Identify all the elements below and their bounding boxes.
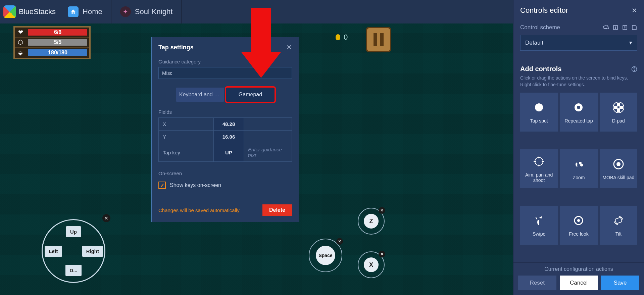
tab-home-label: Home [83,7,102,16]
zoom-icon [572,157,585,171]
field-tapkey-label: Tap key [159,143,214,162]
panel-title: Controls editor [520,6,568,15]
scheme-value: Default [525,40,543,46]
control-aim[interactable]: Aim, pan and shoot [520,149,558,188]
field-tapkey-guidance[interactable]: Enter guidance text [244,143,292,162]
hud-hp: 6/6 [28,29,87,36]
hud-mp: 180/180 [28,49,87,56]
table-row: Y 16.06 [159,131,292,143]
fields-table: X 48.28 Y 16.06 Tap key UP Enter guidanc… [158,117,292,162]
table-row: Tap key UP Enter guidance text [159,143,292,162]
svg-rect-20 [614,106,617,109]
dpad-left-key[interactable]: Left [45,246,62,257]
control-tilt[interactable]: Tilt [600,206,637,245]
coin-icon [336,34,340,40]
bluestacks-logo-icon [3,5,16,18]
controls-grid: Tap spot Repeated tap D-pad Aim, pan and… [520,93,637,262]
control-swipe[interactable]: Swipe [520,206,558,245]
delete-button[interactable]: Delete [262,204,292,216]
shield-icon: ⬡ [15,39,26,46]
action-z-key: Z [364,214,379,229]
tap-spot-icon [532,101,546,114]
dpad-up-key[interactable]: Up [66,226,81,237]
dpad-right-key[interactable]: Right [82,246,103,257]
coin-value: 0 [344,33,348,42]
hud-panel: ❤6/6 ⬡5/5 ⬙180/180 [13,26,91,59]
action-space-close-icon[interactable]: ✕ [336,238,343,245]
export-icon[interactable] [622,24,628,31]
show-keys-checkbox[interactable]: ✓ [158,182,166,189]
field-y-label: Y [159,131,214,143]
table-row: X 48.28 [159,118,292,131]
action-x-key: X [364,257,379,272]
add-controls-desc: Click or drag the actions on the screen … [520,75,637,88]
crosshair-icon [532,155,546,168]
control-moba[interactable]: MOBA skill pad [600,149,637,188]
svg-marker-11 [241,52,281,78]
fields-label: Fields [158,109,292,115]
control-free-look[interactable]: Free look [560,206,597,245]
field-tapkey-value[interactable]: UP [214,143,244,162]
action-x[interactable]: X ✕ [358,251,385,278]
home-icon [68,6,79,17]
field-x-label: X [159,118,214,131]
red-arrow-annotation [241,8,281,79]
tab-keyboard-mouse[interactable]: Keyboard and mo... [176,88,224,102]
action-space-key: Space [316,246,335,265]
onscreen-label: On-screen [158,170,292,176]
control-zoom[interactable]: Zoom [560,149,597,188]
cancel-button[interactable]: Cancel [560,276,598,290]
dpad-control[interactable]: ✕ Up D... Left Right [42,219,105,283]
import-icon[interactable] [612,24,618,31]
control-tap-spot[interactable]: Tap spot [520,93,558,132]
control-repeated-tap[interactable]: Repeated tap [560,93,597,132]
tab-game-label: Soul Knight [135,7,173,16]
scheme-label: Control scheme [520,24,560,31]
action-z-close-icon[interactable]: ✕ [379,207,385,214]
dpad-down-key[interactable]: D... [65,265,81,276]
coin-counter: 0 [336,33,348,42]
bluestacks-brand-text: BlueStacks [19,7,56,16]
swipe-icon [532,214,546,227]
svg-point-13 [634,70,635,71]
dialog-close-icon[interactable]: ✕ [286,43,292,51]
bluestacks-logo: BlueStacks [0,5,59,18]
svg-point-32 [577,219,580,222]
svg-rect-10 [251,8,271,52]
pause-button[interactable] [366,27,391,52]
repeated-tap-icon [572,101,585,114]
scheme-select[interactable]: Default ▾ [520,35,637,51]
new-scheme-icon[interactable] [631,24,637,31]
action-z[interactable]: Z ✕ [358,208,385,235]
panel-close-icon[interactable]: ✕ [632,6,637,14]
field-y-value[interactable]: 16.06 [214,131,244,143]
control-dpad[interactable]: D-pad [600,93,637,132]
config-actions-label: Current configuration actions [518,266,639,272]
action-space[interactable]: Space ✕ [309,239,342,272]
field-x-value[interactable]: 48.28 [214,118,244,131]
tilt-icon [612,214,625,227]
svg-point-14 [535,103,543,111]
tab-game[interactable]: ✦ Soul Knight [111,0,182,23]
input-mode-tabs: Keyboard and mo... Gamepad [175,88,276,102]
save-button[interactable]: Save [601,276,639,290]
cloud-import-icon[interactable] [603,24,609,31]
hud-shield: 5/5 [28,39,87,46]
reset-button[interactable]: Reset [518,276,556,290]
dialog-title: Tap settings [158,44,194,51]
svg-rect-33 [615,217,622,224]
action-x-close-icon[interactable]: ✕ [379,251,385,257]
dpad-icon [612,101,625,114]
mana-icon: ⬙ [15,49,26,56]
svg-point-28 [580,164,583,166]
svg-point-16 [577,106,580,109]
auto-save-notice: Changes will be saved automatically [158,207,240,213]
svg-rect-18 [617,103,620,106]
help-icon[interactable] [631,66,637,72]
show-keys-label: Show keys on-screen [170,182,221,188]
heart-icon: ❤ [15,29,26,36]
dpad-close-icon[interactable]: ✕ [102,214,110,222]
moba-icon [612,157,625,171]
tab-gamepad[interactable]: Gamepad [226,88,275,102]
tab-home[interactable]: Home [59,0,111,23]
